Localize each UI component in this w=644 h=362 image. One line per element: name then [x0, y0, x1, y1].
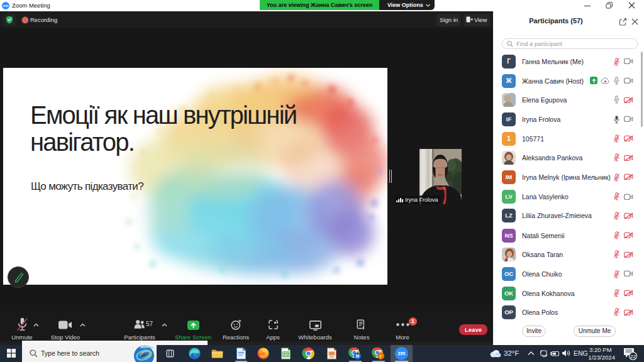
svg-text:22: 22 — [630, 354, 636, 359]
svg-text:r: r — [380, 353, 382, 359]
svg-text:M: M — [356, 354, 360, 358]
